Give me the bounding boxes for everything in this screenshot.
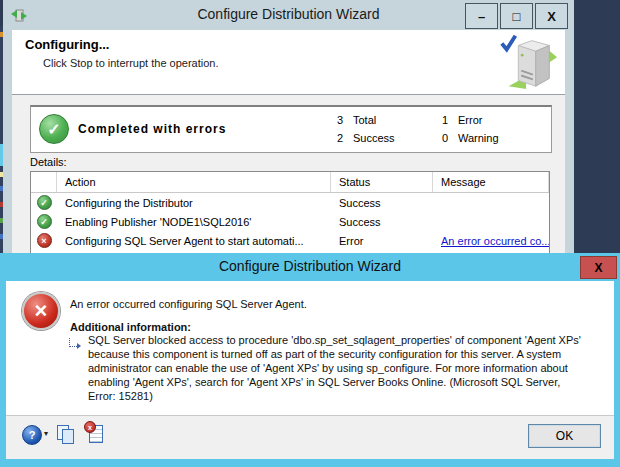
message-column-header: Message: [433, 172, 549, 192]
close-button[interactable]: X: [535, 3, 568, 29]
row-status: Success: [331, 216, 433, 228]
configure-distribution-wizard-window: Configure Distribution Wizard – □ X Conf…: [3, 0, 574, 253]
table-row[interactable]: ✓ Enabling Publisher 'NODE1\SQL2016' Suc…: [31, 212, 549, 231]
help-icon[interactable]: ?: [22, 425, 42, 445]
summary-counts-left: 3 Total 2 Success: [331, 111, 395, 147]
dialog-close-button[interactable]: X: [580, 256, 617, 279]
icon-column-header: [31, 172, 57, 192]
status-column-header: Status: [331, 172, 433, 192]
error-icon: ×: [37, 233, 52, 248]
server-graphic-icon: [497, 31, 559, 91]
ok-button[interactable]: OK: [528, 424, 601, 448]
success-icon: ✓: [37, 214, 52, 229]
table-row[interactable]: ✓ Configuring the Distributor Success: [31, 193, 549, 212]
action-column-header: Action: [57, 172, 331, 192]
wizard-page-header: Configuring... Click Stop to interrupt t…: [12, 30, 565, 95]
details-table-header: Action Status Message: [31, 172, 549, 193]
wizard-titlebar: Configure Distribution Wizard – □ X: [3, 0, 574, 30]
total-count: 3: [331, 111, 343, 129]
dialog-titlebar: Configure Distribution Wizard X: [0, 253, 620, 281]
total-count-label: Total: [353, 111, 376, 129]
error-count-label: Error: [458, 111, 482, 129]
table-row[interactable]: × Configuring SQL Server Agent to start …: [31, 231, 549, 250]
additional-information-label: Additional information:: [70, 321, 191, 333]
completed-check-icon: ✓: [39, 114, 69, 144]
warning-count: 0: [436, 129, 448, 147]
error-badge-icon: x: [84, 421, 96, 433]
help-dropdown-icon[interactable]: ▾: [44, 429, 48, 438]
dialog-title: Configure Distribution Wizard: [0, 258, 620, 274]
desktop: Configure Distribution Wizard – □ X Conf…: [0, 0, 620, 467]
error-detail-text: SQL Server blocked access to procedure '…: [88, 333, 586, 403]
copy-icon[interactable]: [56, 424, 76, 444]
wizard-client-area: Configuring... Click Stop to interrupt t…: [12, 30, 565, 253]
dialog-footer: ? ▾ x OK: [6, 415, 614, 459]
summary-counts-right: 1 Error 0 Warning: [436, 111, 499, 147]
warning-count-label: Warning: [458, 129, 499, 147]
row-status: Success: [331, 197, 433, 209]
error-icon: ×: [22, 292, 60, 330]
details-table: Action Status Message ✓ Configuring the …: [30, 171, 550, 255]
success-icon: ✓: [37, 195, 52, 210]
window-controls: – □ X: [463, 3, 568, 29]
page-subtitle: Click Stop to interrupt the operation.: [43, 57, 218, 69]
error-count: 1: [436, 111, 448, 129]
minimize-button[interactable]: –: [465, 3, 498, 29]
error-message: An error occurred configuring SQL Server…: [70, 298, 307, 310]
row-action: Enabling Publisher 'NODE1\SQL2016': [57, 216, 331, 228]
row-action: Configuring SQL Server Agent to start au…: [57, 235, 331, 247]
dialog-body: × An error occurred configuring SQL Serv…: [6, 281, 614, 415]
elbow-arrow-icon: [69, 338, 82, 348]
error-message-link[interactable]: An error occurred co...: [441, 235, 549, 247]
row-status: Error: [331, 235, 433, 247]
summary-status-label: Completed with errors: [78, 122, 226, 136]
success-count-label: Success: [353, 129, 395, 147]
details-label: Details:: [30, 156, 67, 168]
status-summary-panel: ✓ Completed with errors 3 Total 2 Succes…: [30, 105, 552, 153]
error-report-icon[interactable]: x: [84, 423, 104, 444]
page-title: Configuring...: [25, 37, 109, 52]
error-dialog: Configure Distribution Wizard X × An err…: [0, 253, 620, 467]
success-count: 2: [331, 129, 343, 147]
maximize-button[interactable]: □: [500, 3, 533, 29]
row-action: Configuring the Distributor: [57, 197, 331, 209]
